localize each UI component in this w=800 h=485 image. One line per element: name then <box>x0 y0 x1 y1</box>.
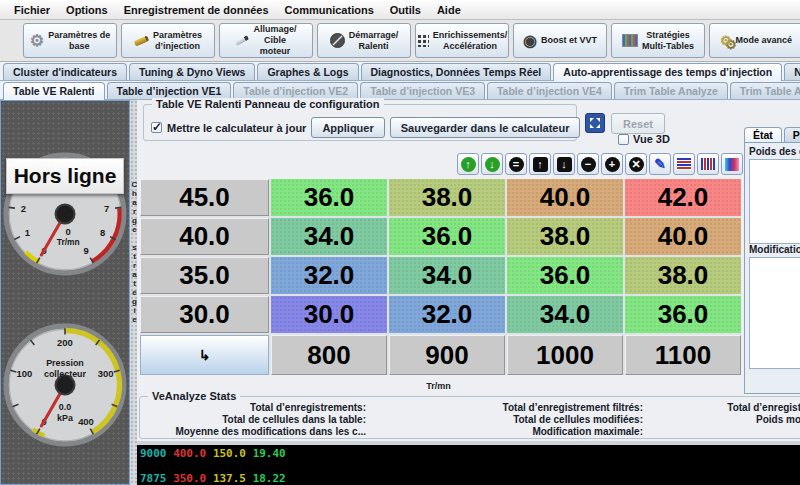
menu-aide[interactable]: Aide <box>429 2 469 18</box>
view-3d-checkbox[interactable] <box>618 134 629 145</box>
menu-outils[interactable]: Outils <box>382 2 429 18</box>
gauge-tick-label: 1 <box>25 227 30 238</box>
tab-table-d-injection-ve3[interactable]: Table d’injection VE3 <box>360 82 485 99</box>
terminal-value-red: 400.0 <box>173 447 206 460</box>
table-tool-gradient-fill-button[interactable] <box>721 153 743 175</box>
stat-label: Total de cellules dans la table: <box>222 414 366 426</box>
gauge-center-text: collecteur <box>44 369 87 379</box>
stats-column-2: Total d’enregistrement filtrés:Total de … <box>366 402 643 438</box>
ve-cell-r0c1[interactable]: 38.0 <box>389 179 505 216</box>
tab-trim-table-analyze[interactable]: Trim Table Analyze <box>614 82 728 99</box>
ve-cell-r2c1[interactable]: 34.0 <box>389 257 505 294</box>
ve-y-bin-0[interactable]: 45.0 <box>140 179 269 216</box>
toolbar-button-ignition-target[interactable]: Allumage/ Cible moteur <box>219 23 313 58</box>
gauge-center-text: kPa <box>57 413 74 423</box>
table-tool-interpolate-rows-button[interactable] <box>673 153 695 175</box>
state-tab-param[interactable]: Param <box>784 127 800 142</box>
terminal-value-red: 350.0 <box>173 472 206 485</box>
ve-cell-r0c3[interactable]: 42.0 <box>625 179 741 216</box>
stat-label: Total d’enregist <box>727 402 800 414</box>
ve-cell-r0c0[interactable]: 36.0 <box>271 179 387 216</box>
tab-table-d-injection-ve4[interactable]: Table d’injection VE4 <box>487 82 612 99</box>
menu-enregistrement-de-donn-es[interactable]: Enregistrement de données <box>116 2 277 18</box>
tab-auto-apprentissage-des-temps-d-injection[interactable]: Auto-apprentissage des temps d’injection <box>553 63 782 81</box>
ve-x-bin-3[interactable]: 1100 <box>625 335 741 375</box>
tab-tuning-dyno-views[interactable]: Tuning & Dyno Views <box>129 63 255 80</box>
toolbar-button-boost-vvt[interactable]: Boost et VVT <box>513 23 607 58</box>
ve-cell-r1c2[interactable]: 38.0 <box>507 218 623 255</box>
tab-table-d-injection-ve2[interactable]: Table d’injection VE2 <box>233 82 358 99</box>
veanalyze-stats-panel: VeAnalyze Stats Total d’enregistrements:… <box>139 396 800 439</box>
terminal-line: 9000 400.0 150.0 19.40 <box>140 447 800 460</box>
ve-cell-r3c1[interactable]: 32.0 <box>389 296 505 333</box>
table-tool-increment-button[interactable]: + <box>601 153 623 175</box>
ve-cell-r3c0[interactable]: 30.0 <box>271 296 387 333</box>
ve-x-bin-2[interactable]: 1000 <box>507 335 623 375</box>
toolbar-button-startup-idle[interactable]: Démarrage/ Ralenti <box>317 23 411 58</box>
ve-cell-r0c2[interactable]: 40.0 <box>507 179 623 216</box>
ve-cell-r2c2[interactable]: 36.0 <box>507 257 623 294</box>
gauge-tick <box>9 207 15 208</box>
table-tool-shift-down-button[interactable]: ↓ <box>553 153 575 175</box>
ve-table: 45.036.038.040.042.040.034.036.038.040.0… <box>140 179 741 375</box>
maximize-table-button[interactable] <box>585 113 605 133</box>
update-controller-checkbox[interactable] <box>151 122 162 133</box>
view-3d-label: Vue 3D <box>633 133 670 145</box>
table-tool-scale-up-button[interactable]: ↑ <box>457 153 479 175</box>
table-tool-set-equal-button[interactable]: = <box>505 153 527 175</box>
ve-cell-r3c3[interactable]: 36.0 <box>625 296 741 333</box>
reset-button[interactable]: Reset <box>611 113 665 134</box>
ve-y-bin-2[interactable]: 35.0 <box>140 257 269 294</box>
ve-cell-r1c1[interactable]: 36.0 <box>389 218 505 255</box>
menu-fichier[interactable]: Fichier <box>6 2 58 18</box>
tab-trim-table-analyze[interactable]: Trim Table Analyze <box>730 82 800 99</box>
ve-cell-r2c0[interactable]: 32.0 <box>271 257 387 294</box>
toolbar-button-multi-tables[interactable]: Stratégies Multi-Tables <box>611 23 705 58</box>
menu-communications[interactable]: Communications <box>277 2 382 18</box>
state-tab-tat[interactable]: État <box>744 127 782 142</box>
map-pressure-gauge: 0100200300400Pressioncollecteur0.0kPa <box>2 322 128 448</box>
ve-cell-r3c2[interactable]: 34.0 <box>507 296 623 333</box>
toolbar-button-advanced-mode[interactable]: Mode avancé <box>709 23 800 58</box>
clear-icon: ✕ <box>629 157 644 172</box>
ve-cell-r1c0[interactable]: 34.0 <box>271 218 387 255</box>
offline-banner: Hors ligne <box>6 158 124 194</box>
gauge-tick-label: 9 <box>83 245 88 256</box>
ve-y-bin-3[interactable]: 30.0 <box>140 296 269 333</box>
terminal-line: 7875 350.0 137.5 18.22 <box>140 472 800 485</box>
ve-x-bin-1[interactable]: 900 <box>389 335 505 375</box>
tab-table-d-injection-ve1[interactable]: Table d’injection VE1 <box>107 82 232 99</box>
datalog-terminal: 9000 400.0 150.0 19.407875 350.0 137.5 1… <box>137 445 800 485</box>
ve-cell-r1c3[interactable]: 40.0 <box>625 218 741 255</box>
state-section-list-1[interactable] <box>749 257 800 369</box>
toolbar-button-injection-settings[interactable]: Paramètres d’injection <box>121 23 215 58</box>
turbo-icon <box>523 31 537 50</box>
table-tool-clear-button[interactable]: ✕ <box>625 153 647 175</box>
table-tool-interpolate-columns-button[interactable] <box>697 153 719 175</box>
ve-y-bin-1[interactable]: 40.0 <box>140 218 269 255</box>
tab-cluster-d-indicateurs[interactable]: Cluster d'indicateurs <box>3 63 127 80</box>
multi-table-icon <box>622 34 638 47</box>
terminal-value-yellow: 137.5 <box>213 472 246 485</box>
gauge-tick-label: 400 <box>78 416 94 427</box>
table-tool-decrement-button[interactable]: − <box>577 153 599 175</box>
tab-notes[interactable]: Notes <box>784 63 800 80</box>
gauge-cluster-panel: Hors ligne 01234567890Tr/mn 010020030040… <box>0 100 130 485</box>
burn-button[interactable]: Sauvegarder dans le calculateur <box>390 117 581 138</box>
state-section-list-0[interactable] <box>749 159 800 244</box>
toolbar-button-enrichments-accel[interactable]: Enrichissements/ Accélération <box>415 23 509 58</box>
table-tool-shift-up-button[interactable]: ↑ <box>529 153 551 175</box>
tab-table-ve-ralenti[interactable]: Table VE Ralenti <box>3 82 105 100</box>
toolbar-button-base-settings[interactable]: Paramètres de base <box>23 23 117 58</box>
apply-button[interactable]: Appliquer <box>311 117 384 138</box>
increment-icon: + <box>605 157 620 172</box>
table-tool-scale-down-button[interactable]: ↓ <box>481 153 503 175</box>
table-tool-edit-pencil-button[interactable]: ✎ <box>649 153 671 175</box>
decrement-icon: − <box>581 157 596 172</box>
ve-x-bin-0[interactable]: 800 <box>271 335 387 375</box>
tab-diagnostics-donn-es-temps-r-el[interactable]: Diagnostics, Données Temps Réel <box>361 63 552 80</box>
ve-cell-r2c3[interactable]: 38.0 <box>625 257 741 294</box>
menu-options[interactable]: Options <box>58 2 116 18</box>
axis-swap-button[interactable]: ↳ <box>140 335 269 375</box>
tab-graphes-logs[interactable]: Graphes & Logs <box>257 63 358 80</box>
